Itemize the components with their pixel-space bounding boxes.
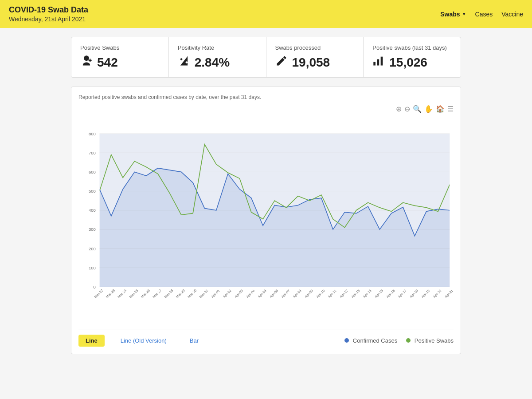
percentage-icon	[178, 55, 190, 70]
svg-text:Apr-15: Apr-15	[374, 288, 384, 299]
legend-dot-blue	[344, 338, 349, 343]
svg-text:Apr-03: Apr-03	[234, 288, 244, 299]
svg-text:Apr-10: Apr-10	[316, 288, 326, 299]
menu-icon[interactable]: ☰	[447, 105, 454, 113]
svg-text:Mar-27: Mar-27	[152, 288, 162, 299]
pan-icon[interactable]: ✋	[424, 105, 433, 113]
svg-text:Apr-16: Apr-16	[386, 288, 396, 299]
svg-text:200: 200	[89, 246, 96, 251]
svg-text:Apr-12: Apr-12	[339, 288, 349, 299]
svg-text:Apr-07: Apr-07	[281, 288, 291, 299]
stat-label-positive-swabs-31: Positive swabs (last 31 days)	[372, 44, 452, 51]
stat-value-positivity-rate: 2.84%	[178, 55, 257, 70]
chart-toolbar: ⊕ ⊖ 🔍 ✋ 🏠 ☰	[78, 105, 454, 113]
svg-text:Mar-29: Mar-29	[175, 288, 186, 299]
svg-text:500: 500	[89, 189, 96, 194]
svg-text:Apr-08: Apr-08	[292, 288, 302, 299]
chart-legend: Confirmed Cases Positive Swabs	[344, 337, 454, 344]
svg-text:Mar-30: Mar-30	[187, 288, 197, 299]
svg-text:Apr-19: Apr-19	[421, 288, 431, 299]
svg-text:Mar-26: Mar-26	[140, 288, 151, 299]
svg-rect-0	[374, 62, 376, 65]
home-icon[interactable]: 🏠	[436, 105, 445, 113]
svg-text:Apr-06: Apr-06	[269, 288, 279, 299]
stat-positive-swabs-31: Positive swabs (last 31 days) 15,026	[364, 37, 461, 77]
stat-value-swabs-processed: 19,058	[275, 55, 355, 70]
magnify-icon[interactable]: 🔍	[413, 105, 422, 113]
header-nav: Swabs ▼ Cases Vaccine	[440, 11, 523, 18]
svg-text:0: 0	[94, 284, 96, 289]
svg-text:800: 800	[89, 131, 96, 136]
nav-swabs[interactable]: Swabs ▼	[440, 11, 466, 18]
line-chart: 800 700 600 500 400 300 200 100 0	[78, 116, 454, 320]
zoom-out-icon[interactable]: ⊖	[404, 105, 410, 113]
stat-positivity-rate: Positivity Rate 2.84%	[169, 37, 266, 77]
svg-text:Mar-25: Mar-25	[129, 288, 139, 299]
stat-positive-swabs: Positive Swabs 542	[71, 37, 169, 77]
svg-text:700: 700	[89, 150, 96, 155]
svg-text:Apr-20: Apr-20	[432, 288, 442, 299]
svg-text:Mar-31: Mar-31	[199, 288, 209, 299]
pencil-icon	[275, 55, 288, 70]
chart-footer: Line Line (Old Version) Bar Confirmed Ca…	[78, 329, 454, 347]
svg-text:Apr-17: Apr-17	[397, 288, 407, 299]
app-title: COVID-19 Swab Data	[9, 5, 88, 15]
svg-text:Apr-18: Apr-18	[409, 288, 419, 299]
svg-text:Apr-09: Apr-09	[304, 288, 314, 299]
legend-confirmed-cases: Confirmed Cases	[344, 337, 397, 344]
header-date: Wednesday, 21st April 2021	[9, 16, 88, 23]
svg-text:Mar-23: Mar-23	[105, 288, 116, 299]
chevron-down-icon: ▼	[462, 12, 466, 16]
svg-text:Apr-14: Apr-14	[362, 288, 372, 299]
stat-value-positive-swabs: 542	[80, 55, 160, 70]
svg-rect-2	[381, 57, 383, 66]
svg-text:Apr-05: Apr-05	[257, 288, 267, 299]
svg-text:Mar-24: Mar-24	[117, 288, 128, 299]
chart-area: 800 700 600 500 400 300 200 100 0	[78, 116, 454, 322]
svg-text:100: 100	[89, 265, 96, 270]
zoom-in-icon[interactable]: ⊕	[396, 105, 402, 113]
btn-line[interactable]: Line	[78, 335, 105, 347]
svg-text:Apr-11: Apr-11	[327, 288, 337, 299]
nav-vaccine[interactable]: Vaccine	[501, 11, 523, 18]
svg-text:Mar-28: Mar-28	[164, 288, 174, 299]
nav-cases[interactable]: Cases	[475, 11, 493, 18]
svg-text:600: 600	[89, 170, 96, 174]
svg-text:Apr-13: Apr-13	[351, 288, 361, 299]
header: COVID-19 Swab Data Wednesday, 21st April…	[0, 0, 532, 28]
stat-value-positive-swabs-31: 15,026	[372, 55, 452, 70]
svg-text:Apr-04: Apr-04	[246, 288, 256, 299]
btn-line-old[interactable]: Line (Old Version)	[113, 335, 174, 347]
chart-container: Reported positive swabs and confirmed ca…	[71, 87, 461, 354]
legend-positive-swabs: Positive Swabs	[406, 337, 454, 344]
svg-text:Apr-02: Apr-02	[222, 288, 232, 299]
svg-rect-1	[377, 59, 379, 66]
svg-text:Apr-01: Apr-01	[211, 288, 221, 299]
chart-description: Reported positive swabs and confirmed ca…	[78, 94, 454, 100]
btn-bar[interactable]: Bar	[183, 335, 206, 347]
person-plus-icon	[80, 55, 93, 70]
stat-label-positive-swabs: Positive Swabs	[80, 44, 160, 51]
legend-dot-green	[406, 338, 411, 343]
svg-text:Mar-22: Mar-22	[94, 288, 104, 299]
svg-text:300: 300	[89, 227, 96, 232]
header-left: COVID-19 Swab Data Wednesday, 21st April…	[9, 5, 88, 23]
main-content: Positive Swabs 542 Positivity Rate	[0, 28, 532, 363]
stat-label-swabs-processed: Swabs processed	[275, 44, 355, 51]
bar-chart-icon	[372, 55, 385, 70]
svg-text:Apr-21: Apr-21	[444, 288, 454, 299]
stat-swabs-processed: Swabs processed 19,058	[266, 37, 364, 77]
stats-row: Positive Swabs 542 Positivity Rate	[71, 37, 461, 78]
stat-label-positivity-rate: Positivity Rate	[178, 44, 257, 51]
svg-text:400: 400	[89, 208, 96, 213]
